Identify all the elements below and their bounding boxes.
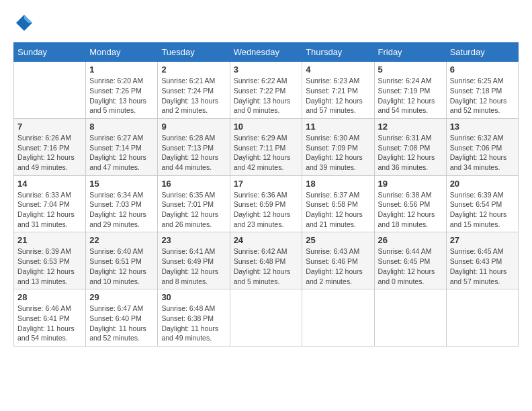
day-info: Sunrise: 6:48 AMSunset: 6:38 PMDaylight:… [161, 304, 226, 343]
day-number: 24 [234, 235, 299, 245]
day-number: 12 [378, 122, 443, 132]
logo-icon [15, 13, 34, 32]
calendar-cell: 8Sunrise: 6:27 AMSunset: 7:14 PMDaylight… [86, 118, 158, 175]
calendar-cell [446, 289, 518, 347]
col-header-tuesday: Tuesday [158, 43, 230, 62]
day-number: 13 [450, 122, 515, 132]
calendar-cell: 25Sunrise: 6:43 AMSunset: 6:46 PMDayligh… [302, 232, 374, 289]
col-header-thursday: Thursday [302, 43, 374, 62]
day-number: 9 [161, 122, 226, 132]
calendar-cell: 3Sunrise: 6:22 AMSunset: 7:22 PMDaylight… [230, 62, 302, 119]
day-number: 26 [378, 235, 443, 245]
calendar-cell: 5Sunrise: 6:24 AMSunset: 7:19 PMDaylight… [374, 62, 446, 119]
day-info: Sunrise: 6:37 AMSunset: 6:58 PMDaylight:… [306, 190, 370, 230]
day-number: 16 [161, 179, 226, 189]
day-number: 8 [89, 122, 154, 132]
day-info: Sunrise: 6:32 AMSunset: 7:06 PMDaylight:… [450, 133, 515, 173]
col-header-sunday: Sunday [14, 43, 86, 62]
day-info: Sunrise: 6:23 AMSunset: 7:21 PMDaylight:… [306, 76, 370, 116]
calendar-cell: 16Sunrise: 6:35 AMSunset: 7:01 PMDayligh… [158, 175, 230, 232]
calendar-cell: 15Sunrise: 6:34 AMSunset: 7:03 PMDayligh… [86, 175, 158, 232]
day-number: 23 [161, 235, 226, 245]
day-info: Sunrise: 6:35 AMSunset: 7:01 PMDaylight:… [161, 190, 226, 230]
day-info: Sunrise: 6:26 AMSunset: 7:16 PMDaylight:… [17, 133, 82, 173]
day-number: 27 [450, 235, 515, 245]
col-header-monday: Monday [86, 43, 158, 62]
calendar-cell: 7Sunrise: 6:26 AMSunset: 7:16 PMDaylight… [14, 118, 86, 175]
day-number: 28 [17, 292, 82, 302]
calendar-cell [14, 62, 86, 119]
calendar-cell: 4Sunrise: 6:23 AMSunset: 7:21 PMDaylight… [302, 62, 374, 119]
calendar-cell [302, 289, 374, 347]
day-number: 22 [89, 235, 154, 245]
calendar-cell: 30Sunrise: 6:48 AMSunset: 6:38 PMDayligh… [158, 289, 230, 347]
calendar-cell: 12Sunrise: 6:31 AMSunset: 7:08 PMDayligh… [374, 118, 446, 175]
day-info: Sunrise: 6:34 AMSunset: 7:03 PMDaylight:… [89, 190, 154, 230]
day-info: Sunrise: 6:33 AMSunset: 7:04 PMDaylight:… [17, 190, 82, 230]
day-number: 17 [234, 179, 299, 189]
day-info: Sunrise: 6:42 AMSunset: 6:48 PMDaylight:… [234, 246, 299, 286]
day-info: Sunrise: 6:28 AMSunset: 7:13 PMDaylight:… [161, 133, 226, 173]
day-info: Sunrise: 6:36 AMSunset: 6:59 PMDaylight:… [234, 190, 299, 230]
day-info: Sunrise: 6:21 AMSunset: 7:24 PMDaylight:… [161, 76, 226, 116]
logo [13, 13, 34, 36]
day-number: 20 [450, 179, 515, 189]
day-info: Sunrise: 6:44 AMSunset: 6:45 PMDaylight:… [378, 246, 443, 286]
day-number: 21 [17, 235, 82, 245]
day-info: Sunrise: 6:46 AMSunset: 6:41 PMDaylight:… [17, 304, 82, 343]
day-number: 18 [306, 179, 370, 189]
calendar-cell: 11Sunrise: 6:30 AMSunset: 7:09 PMDayligh… [302, 118, 374, 175]
calendar-cell: 23Sunrise: 6:41 AMSunset: 6:49 PMDayligh… [158, 232, 230, 289]
calendar-cell: 9Sunrise: 6:28 AMSunset: 7:13 PMDaylight… [158, 118, 230, 175]
calendar-cell: 14Sunrise: 6:33 AMSunset: 7:04 PMDayligh… [14, 175, 86, 232]
calendar-cell: 18Sunrise: 6:37 AMSunset: 6:58 PMDayligh… [302, 175, 374, 232]
day-number: 3 [234, 64, 299, 75]
day-info: Sunrise: 6:22 AMSunset: 7:22 PMDaylight:… [234, 76, 299, 116]
calendar-cell: 6Sunrise: 6:25 AMSunset: 7:18 PMDaylight… [446, 62, 518, 119]
calendar-cell: 29Sunrise: 6:47 AMSunset: 6:40 PMDayligh… [86, 289, 158, 347]
day-info: Sunrise: 6:29 AMSunset: 7:11 PMDaylight:… [234, 133, 299, 173]
day-number: 2 [161, 64, 226, 75]
calendar-cell: 28Sunrise: 6:46 AMSunset: 6:41 PMDayligh… [14, 289, 86, 347]
day-info: Sunrise: 6:47 AMSunset: 6:40 PMDaylight:… [89, 304, 154, 343]
day-number: 29 [89, 292, 154, 302]
day-number: 1 [89, 64, 154, 75]
calendar-cell: 2Sunrise: 6:21 AMSunset: 7:24 PMDaylight… [158, 62, 230, 119]
day-info: Sunrise: 6:39 AMSunset: 6:54 PMDaylight:… [450, 190, 515, 230]
calendar-cell: 21Sunrise: 6:39 AMSunset: 6:53 PMDayligh… [14, 232, 86, 289]
calendar-cell: 1Sunrise: 6:20 AMSunset: 7:26 PMDaylight… [86, 62, 158, 119]
calendar-cell: 13Sunrise: 6:32 AMSunset: 7:06 PMDayligh… [446, 118, 518, 175]
col-header-saturday: Saturday [446, 43, 518, 62]
calendar-cell: 26Sunrise: 6:44 AMSunset: 6:45 PMDayligh… [374, 232, 446, 289]
calendar-cell [230, 289, 302, 347]
day-info: Sunrise: 6:30 AMSunset: 7:09 PMDaylight:… [306, 133, 370, 173]
day-number: 14 [17, 179, 82, 189]
day-info: Sunrise: 6:31 AMSunset: 7:08 PMDaylight:… [378, 133, 443, 173]
day-info: Sunrise: 6:24 AMSunset: 7:19 PMDaylight:… [378, 76, 443, 116]
calendar-cell: 17Sunrise: 6:36 AMSunset: 6:59 PMDayligh… [230, 175, 302, 232]
col-header-wednesday: Wednesday [230, 43, 302, 62]
day-number: 7 [17, 122, 82, 132]
day-info: Sunrise: 6:25 AMSunset: 7:18 PMDaylight:… [450, 76, 515, 116]
day-number: 30 [161, 292, 226, 302]
calendar-cell [374, 289, 446, 347]
day-number: 25 [306, 235, 370, 245]
day-number: 10 [234, 122, 299, 132]
day-number: 6 [450, 64, 515, 75]
day-info: Sunrise: 6:45 AMSunset: 6:43 PMDaylight:… [450, 246, 515, 286]
day-info: Sunrise: 6:27 AMSunset: 7:14 PMDaylight:… [89, 133, 154, 173]
col-header-friday: Friday [374, 43, 446, 62]
day-info: Sunrise: 6:38 AMSunset: 6:56 PMDaylight:… [378, 190, 443, 230]
day-info: Sunrise: 6:41 AMSunset: 6:49 PMDaylight:… [161, 246, 226, 286]
day-number: 15 [89, 179, 154, 189]
calendar-cell: 24Sunrise: 6:42 AMSunset: 6:48 PMDayligh… [230, 232, 302, 289]
day-number: 11 [306, 122, 370, 132]
calendar-cell: 22Sunrise: 6:40 AMSunset: 6:51 PMDayligh… [86, 232, 158, 289]
page-header [13, 13, 519, 36]
calendar-table: SundayMondayTuesdayWednesdayThursdayFrid… [13, 42, 519, 347]
day-number: 19 [378, 179, 443, 189]
day-number: 5 [378, 64, 443, 75]
calendar-cell: 27Sunrise: 6:45 AMSunset: 6:43 PMDayligh… [446, 232, 518, 289]
calendar-cell: 20Sunrise: 6:39 AMSunset: 6:54 PMDayligh… [446, 175, 518, 232]
day-info: Sunrise: 6:20 AMSunset: 7:26 PMDaylight:… [89, 76, 154, 116]
